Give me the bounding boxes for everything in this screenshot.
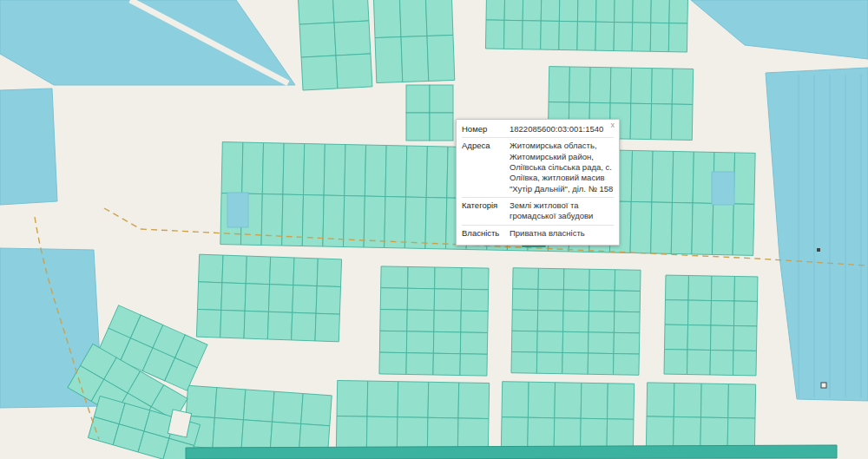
parcel[interactable] [435, 267, 462, 289]
parcel[interactable] [577, 22, 596, 50]
blue-parcel[interactable] [227, 193, 248, 227]
parcel[interactable] [589, 311, 615, 333]
parcel[interactable] [652, 69, 673, 104]
parcel[interactable] [425, 0, 453, 36]
parcel[interactable] [711, 276, 734, 301]
parcel[interactable] [262, 143, 284, 194]
parcel[interactable] [733, 153, 755, 204]
parcel[interactable] [428, 382, 459, 418]
parcel[interactable] [549, 67, 569, 102]
parcel[interactable] [427, 35, 455, 81]
parcel[interactable] [665, 325, 688, 350]
parcel[interactable] [220, 310, 245, 338]
parcel[interactable] [324, 144, 345, 195]
parcel[interactable] [380, 310, 407, 331]
parcel[interactable] [608, 384, 635, 420]
parcel[interactable] [687, 325, 711, 351]
parcel[interactable] [589, 269, 615, 291]
parcel[interactable] [345, 145, 366, 196]
parcel[interactable] [221, 142, 243, 193]
parcel[interactable] [559, 0, 578, 22]
parcel[interactable] [379, 352, 406, 374]
parcel[interactable] [630, 201, 652, 252]
parcel[interactable] [563, 290, 589, 311]
parcel[interactable] [433, 353, 460, 375]
parcel[interactable] [485, 20, 504, 49]
parcel[interactable] [528, 382, 555, 418]
parcel[interactable] [632, 23, 651, 51]
parcel[interactable] [589, 290, 615, 311]
parcel[interactable] [245, 284, 269, 312]
parcel[interactable] [293, 285, 317, 314]
parcel[interactable] [214, 388, 246, 420]
parcel[interactable] [430, 113, 453, 141]
parcel[interactable] [615, 291, 641, 312]
parcel[interactable] [563, 311, 589, 332]
parcel[interactable] [588, 353, 614, 375]
cadastral-map-view[interactable]: x Номер 1822085600:03:001:1540 Адреса Жи… [0, 0, 868, 459]
parcel[interactable] [336, 54, 372, 89]
parcel[interactable] [674, 383, 701, 417]
parcel[interactable] [332, 0, 369, 23]
parcel[interactable] [304, 144, 326, 195]
parcel[interactable] [733, 301, 757, 326]
parcel[interactable] [381, 266, 408, 288]
parcel[interactable] [596, 0, 615, 23]
parcel[interactable] [425, 198, 447, 249]
parcel[interactable] [364, 196, 385, 247]
parcel[interactable] [367, 381, 398, 417]
parcel[interactable] [512, 289, 538, 311]
parcel[interactable] [614, 332, 640, 354]
parcel[interactable] [631, 68, 652, 103]
parcel[interactable] [460, 354, 487, 376]
parcel[interactable] [375, 37, 403, 83]
parcel[interactable] [461, 289, 488, 311]
parcel[interactable] [712, 203, 733, 254]
parcel[interactable] [733, 204, 754, 255]
parcel[interactable] [196, 309, 220, 338]
parcel[interactable] [401, 36, 429, 82]
parcel[interactable] [688, 276, 712, 301]
parcel[interactable] [408, 266, 435, 288]
parcel[interactable] [631, 150, 653, 201]
parcel[interactable] [458, 383, 490, 419]
parcel[interactable] [246, 256, 270, 285]
parcel[interactable] [334, 21, 371, 56]
parcel[interactable] [652, 151, 674, 202]
parcel[interactable] [398, 382, 429, 418]
parcel[interactable] [569, 67, 590, 102]
parcel[interactable] [273, 391, 304, 423]
parcel[interactable] [711, 301, 734, 326]
parcel[interactable] [711, 325, 734, 351]
parcel[interactable] [563, 269, 589, 291]
parcel[interactable] [541, 21, 560, 49]
parcel[interactable] [668, 23, 687, 52]
parcel[interactable] [614, 311, 640, 333]
parcel[interactable] [672, 69, 693, 104]
parcel[interactable] [504, 20, 523, 49]
parcel[interactable] [559, 21, 578, 49]
parcel[interactable] [222, 255, 247, 284]
parcel[interactable] [282, 194, 304, 246]
parcel[interactable] [651, 104, 672, 140]
parcel[interactable] [537, 311, 563, 332]
parcel[interactable] [523, 21, 542, 49]
parcel[interactable] [461, 311, 488, 332]
parcel[interactable] [434, 289, 461, 311]
parcel[interactable] [502, 382, 529, 418]
parcel[interactable] [406, 353, 433, 375]
parcel[interactable] [647, 383, 674, 417]
parcel[interactable] [511, 352, 537, 374]
parcel[interactable] [399, 0, 427, 37]
parcel[interactable] [512, 310, 538, 331]
parcel[interactable] [614, 23, 633, 51]
parcel[interactable] [671, 202, 693, 253]
parcel[interactable] [669, 0, 688, 23]
parcel[interactable] [633, 0, 652, 23]
parcel[interactable] [406, 146, 428, 197]
parcel[interactable] [581, 383, 608, 419]
parcel[interactable] [243, 390, 274, 422]
parcel[interactable] [299, 23, 336, 57]
close-icon[interactable]: x [609, 121, 617, 130]
parcel[interactable] [650, 23, 669, 51]
